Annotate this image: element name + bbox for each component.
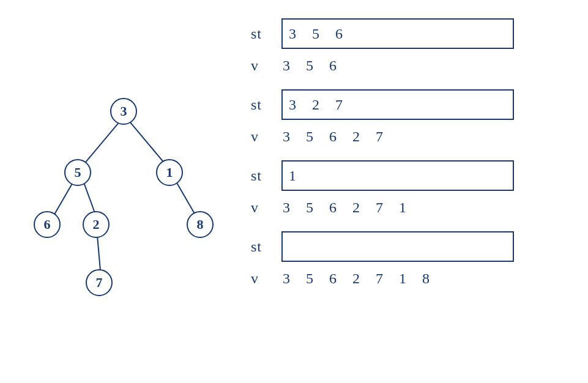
visited-value: 3 5 6 2 7 bbox=[283, 128, 389, 145]
st-row-1: st 3 5 6 bbox=[251, 18, 575, 49]
v-label: v bbox=[251, 270, 281, 287]
st-row-3: st 1 bbox=[251, 160, 575, 191]
tree-node-3: 3 bbox=[110, 98, 137, 125]
stack-box-3: 1 bbox=[281, 160, 514, 191]
trace-panel: st 3 5 6 v 3 5 6 st 3 2 7 v 3 5 6 2 7 st… bbox=[251, 18, 575, 302]
st-row-2: st 3 2 7 bbox=[251, 89, 575, 120]
node-label: 6 bbox=[44, 217, 51, 232]
v-label: v bbox=[251, 199, 281, 216]
visited-value: 3 5 6 2 7 1 bbox=[283, 199, 412, 216]
v-label: v bbox=[251, 58, 281, 74]
node-label: 7 bbox=[96, 275, 103, 291]
v-row-1: v 3 5 6 bbox=[251, 54, 575, 77]
tree-node-2: 2 bbox=[83, 211, 110, 238]
st-label: st bbox=[251, 26, 281, 42]
node-label: 2 bbox=[93, 217, 100, 232]
stack-value: 1 bbox=[289, 168, 302, 184]
visited-value: 3 5 6 bbox=[283, 58, 343, 74]
visited-value: 3 5 6 2 7 1 8 bbox=[283, 270, 436, 287]
st-label: st bbox=[251, 168, 281, 184]
tree-node-8: 8 bbox=[187, 211, 214, 238]
node-label: 3 bbox=[121, 103, 127, 119]
node-label: 5 bbox=[75, 165, 81, 180]
tree-diagram: 3 5 1 6 2 8 7 bbox=[12, 92, 220, 324]
edge-3-5 bbox=[81, 119, 122, 168]
v-label: v bbox=[251, 128, 281, 145]
v-row-2: v 3 5 6 2 7 bbox=[251, 125, 575, 148]
v-row-3: v 3 5 6 2 7 1 bbox=[251, 196, 575, 219]
edge-3-1 bbox=[127, 119, 168, 167]
tree-node-5: 5 bbox=[64, 159, 91, 186]
tree-node-1: 1 bbox=[156, 159, 183, 186]
stack-value: 3 5 6 bbox=[289, 26, 349, 42]
st-label: st bbox=[251, 97, 281, 113]
st-label: st bbox=[251, 239, 281, 255]
node-label: 8 bbox=[197, 217, 204, 232]
stack-box-2: 3 2 7 bbox=[281, 89, 514, 120]
stack-value: 3 2 7 bbox=[289, 97, 349, 113]
stack-box-1: 3 5 6 bbox=[281, 18, 514, 49]
st-row-4: st bbox=[251, 231, 575, 262]
tree-node-6: 6 bbox=[34, 211, 61, 238]
stack-box-4 bbox=[281, 231, 514, 262]
node-label: 1 bbox=[166, 165, 173, 180]
tree-node-7: 7 bbox=[86, 269, 113, 296]
v-row-4: v 3 5 6 2 7 1 8 bbox=[251, 267, 575, 290]
